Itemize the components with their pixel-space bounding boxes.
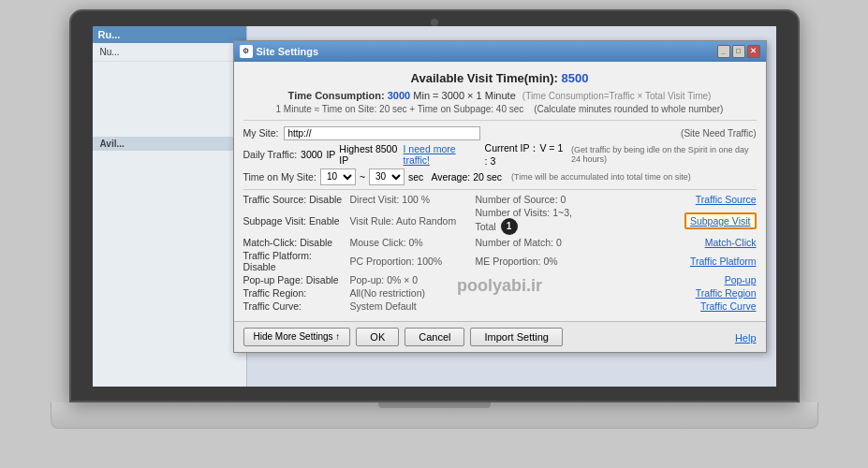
subpage-badge: 1 [501, 218, 518, 235]
dialog-title-text: Site Settings [257, 46, 319, 57]
available-label: Available Visit Time(min): 8500 [411, 71, 589, 85]
get-traffic-hint: (Get traffic by being idle on the Spirit… [571, 145, 757, 164]
highest-label: Highest 8500 IP [339, 143, 399, 166]
site-row: My Site: (Site Need Traffic) [243, 126, 757, 140]
setting-mid-3: PC Proportion: 100% [350, 256, 472, 267]
minute-note: 1 Minute ≈ Time on Site: 20 sec + Time o… [276, 104, 524, 114]
settings-row-5: Traffic Region: All(No restriction) Traf… [243, 287, 757, 299]
left-panel-item: Nu... [93, 43, 246, 62]
hide-settings-button[interactable]: Hide More Settings ↑ [243, 328, 351, 346]
time-min-select[interactable]: 10 [320, 168, 356, 185]
time-hint: (Time will be accumulated into total tim… [511, 172, 691, 182]
cancel-button[interactable]: Cancel [405, 328, 464, 346]
time-consumption-label: Time Consumption: [288, 90, 385, 101]
setting-label-2: Match-Click: Disable [243, 237, 346, 248]
settings-grid: Traffic Source: Disable Direct Visit: 10… [243, 189, 757, 312]
setting-label-4: Pop-up Page: Disable [243, 274, 346, 285]
time-max-select[interactable]: 30 [369, 168, 405, 185]
settings-row-4: Pop-up Page: Disable Pop-up: 0% × 0 Pop-… [243, 274, 757, 285]
daily-traffic-label: Daily Traffic: [243, 149, 298, 160]
ok-button[interactable]: OK [356, 328, 399, 346]
time-avg: Average: 20 sec [431, 171, 502, 183]
left-panel-section: Avil... [93, 137, 246, 151]
time-consumption-row: Time Consumption: 3000 Min = 3000 × 1 Mi… [243, 90, 757, 101]
site-settings-dialog: ⚙ Site Settings _ □ ✕ [233, 40, 767, 353]
setting-link-2[interactable]: Match-Click [705, 237, 757, 248]
setting-mid-4: Pop-up: 0% × 0 [350, 274, 472, 285]
left-panel-title: Ru... [93, 26, 246, 43]
setting-link-5[interactable]: Traffic Region [696, 287, 757, 299]
left-panel: Ru... Nu... Avil... [93, 26, 247, 387]
setting-link-0[interactable]: Traffic Source [696, 194, 757, 205]
setting-right-0: Number of Source: 0 [476, 194, 579, 205]
settings-row-2: Match-Click: Disable Mouse Click: 0% Num… [243, 237, 757, 248]
minimize-button[interactable]: _ [717, 45, 730, 58]
footer-right: Help [735, 329, 757, 345]
time-consumption-formula: Min = 3000 × 1 Minute [413, 90, 515, 101]
dialog-controls[interactable]: _ □ ✕ [717, 45, 760, 58]
need-traffic-link[interactable]: I need more traffic! [404, 143, 474, 166]
maximize-button[interactable]: □ [732, 45, 745, 58]
setting-right-2: Number of Match: 0 [476, 237, 579, 248]
dialog-icon: ⚙ [240, 45, 253, 58]
dialog-content: Available Visit Time(min): 8500 Time Con… [234, 62, 766, 321]
setting-value-6: System Default [350, 300, 417, 312]
time-on-site-label: Time on My Site: [243, 171, 316, 183]
setting-label-6: Traffic Curve: [243, 300, 346, 312]
site-input[interactable] [284, 126, 480, 140]
setting-link-4[interactable]: Pop-up [725, 274, 757, 285]
screen: Ru... Nu... Avil... ⚙ Site Settings _ [93, 26, 776, 387]
import-setting-button[interactable]: Import Setting [470, 328, 562, 346]
settings-row-1: Subpage Visit: Enable Visit Rule: Auto R… [243, 207, 757, 235]
screen-background: Ru... Nu... Avil... ⚙ Site Settings _ [93, 26, 776, 387]
laptop: Ru... Nu... Avil... ⚙ Site Settings _ [51, 9, 818, 459]
info-row: 1 Minute ≈ Time on Site: 20 sec + Time o… [243, 104, 757, 121]
setting-right-3: ME Proportion: 0% [476, 256, 579, 267]
time-consumption-value: 3000 [388, 90, 410, 101]
setting-link-1[interactable]: Subpage Visit [684, 212, 757, 229]
dialog-title-left: ⚙ Site Settings [240, 45, 319, 58]
screen-bezel: Ru... Nu... Avil... ⚙ Site Settings _ [69, 9, 800, 402]
my-site-label: My Site: [243, 127, 279, 139]
site-hint: (Site Need Traffic) [681, 128, 756, 139]
available-value: 8500 [561, 71, 588, 85]
header-row: Available Visit Time(min): 8500 [243, 69, 757, 86]
setting-label-3: Traffic Platform: Disable [243, 250, 346, 272]
setting-link-6[interactable]: Traffic Curve [700, 300, 757, 312]
daily-traffic-unit: IP [326, 149, 335, 160]
dialog-titlebar: ⚙ Site Settings _ □ ✕ [234, 41, 766, 62]
laptop-base [51, 402, 818, 429]
setting-label-5: Traffic Region: [243, 287, 346, 299]
settings-row-6: Traffic Curve: System Default Traffic Cu… [243, 300, 757, 312]
setting-label-0: Traffic Source: Disable [243, 194, 346, 205]
setting-mid-0: Direct Visit: 100 % [350, 194, 472, 205]
dialog-footer: Hide More Settings ↑ OK Cancel Import Se… [234, 321, 766, 352]
daily-traffic-value: 3000 [301, 149, 322, 160]
footer-left: Hide More Settings ↑ OK Cancel Import Se… [243, 328, 563, 346]
help-link[interactable]: Help [735, 332, 757, 344]
time-consumption-note: (Time Consumption=Traffic × Total Visit … [522, 91, 712, 101]
setting-mid-2: Mouse Click: 0% [350, 237, 472, 248]
settings-row-3: Traffic Platform: Disable PC Proportion:… [243, 250, 757, 272]
setting-link-3[interactable]: Traffic Platform [690, 256, 757, 267]
setting-mid-1: Visit Rule: Auto Random [350, 215, 472, 227]
setting-right-1: Number of Visits: 1~3, Total 1 [476, 207, 579, 235]
settings-row-0: Traffic Source: Disable Direct Visit: 10… [243, 194, 757, 205]
setting-label-1: Subpage Visit: Enable [243, 215, 346, 227]
time-unit: sec [408, 171, 423, 183]
current-ip-label: Current IP：V = 1 : 3 [485, 142, 564, 167]
time-on-site-row: Time on My Site: 10 ~ 30 sec Average: 20… [243, 168, 757, 185]
setting-value-5: All(No restriction) [350, 287, 426, 299]
minute-sub-note: (Calculate minutes rounded to whole numb… [534, 104, 723, 114]
close-button[interactable]: ✕ [747, 45, 760, 58]
daily-traffic-row: Daily Traffic: 3000 IP Highest 8500 IP I… [243, 142, 757, 167]
